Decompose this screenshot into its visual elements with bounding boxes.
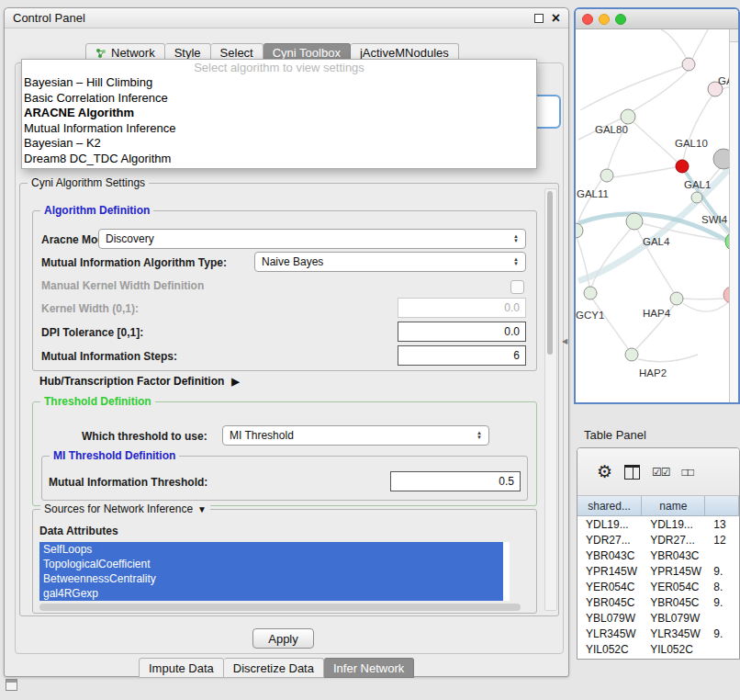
data-attributes-list[interactable]: SelfLoopsTopologicalCoefficientBetweenne… <box>39 542 510 601</box>
manual-kernel-checkbox[interactable] <box>510 280 524 294</box>
network-node[interactable] <box>682 58 695 71</box>
table-cell: YBR043C <box>577 549 642 562</box>
dropdown-item[interactable]: ARACNE Algorithm <box>22 106 536 121</box>
attribute-list-item[interactable]: gal4RGexp <box>39 586 503 601</box>
column-header[interactable] <box>705 496 739 515</box>
table-body: YDL19...YDL19...13YDR27...YDR27...12YBR0… <box>577 516 739 657</box>
expand-right-icon[interactable]: ▶ <box>231 376 239 388</box>
network-window-titlebar[interactable] <box>576 9 738 29</box>
network-node[interactable] <box>625 348 638 361</box>
network-edge[interactable] <box>592 299 629 350</box>
which-threshold-value: MI Threshold <box>230 429 294 442</box>
sources-group-title: Sources for Network Inference ▼ <box>40 502 210 515</box>
zoom-traffic-light-icon[interactable] <box>615 14 626 25</box>
attributes-hscrollbar[interactable] <box>39 604 521 611</box>
tab-infer-network[interactable]: Infer Network <box>324 658 414 678</box>
network-node[interactable] <box>600 169 613 182</box>
table-row[interactable]: YPR145WYPR145W9. <box>577 563 739 579</box>
network-node[interactable] <box>670 292 683 305</box>
table-cell: YLR345W <box>642 627 705 640</box>
control-panel-titlebar[interactable]: Control Panel × <box>5 8 568 28</box>
aracne-mode-combobox[interactable]: Discovery <box>98 229 526 249</box>
network-node[interactable] <box>576 223 583 238</box>
combo-arrows-icon <box>513 257 519 266</box>
select-all-icon[interactable]: ☑☑ <box>652 466 670 479</box>
table-row[interactable]: YER054CYER054C8. <box>577 579 739 594</box>
dpi-tolerance-label: DPI Tolerance [0,1]: <box>41 326 143 339</box>
minimize-traffic-light-icon[interactable] <box>599 14 610 25</box>
kernel-width-field: 0.0 <box>398 298 526 318</box>
dropdown-item[interactable]: Bayesian – Hill Climbing <box>22 75 536 91</box>
mi-threshold-field[interactable]: 0.5 <box>390 471 521 491</box>
settings-scrollbar[interactable] <box>544 188 557 611</box>
network-edge[interactable] <box>661 29 687 59</box>
table-row[interactable]: YDL19...YDL19...13 <box>577 516 739 532</box>
docked-panel-icon[interactable] <box>6 679 17 691</box>
network-canvas[interactable]: GALGAL80GAL10GAL11GAL1SWI4GAL4GCY1HAP4YH… <box>576 29 738 402</box>
table-cell: 12 <box>705 534 739 547</box>
table-row[interactable]: YLR345WYLR345W9. <box>577 626 739 641</box>
network-edge[interactable] <box>633 121 677 162</box>
table-row[interactable]: YBR045CYBR045C9. <box>577 594 739 610</box>
splitter-collapse-icon[interactable]: ◀ <box>562 337 567 345</box>
expand-down-icon[interactable]: ▼ <box>197 504 207 514</box>
table-row[interactable]: YIL052CYIL052C <box>577 641 739 657</box>
attribute-list-item[interactable]: BetweennessCentrality <box>39 571 503 586</box>
gear-icon[interactable]: ⚙ <box>597 463 612 480</box>
dropdown-item[interactable]: Mutual Information Inference <box>22 121 536 137</box>
dropdown-item[interactable]: Basic Correlation Inference <box>22 91 536 107</box>
table-cell: YLR345W <box>577 627 642 640</box>
hub-definition-label: Hub/Transcription Factor Definition <box>39 375 224 388</box>
table-row[interactable]: YDR27...YDR27...12 <box>577 532 739 548</box>
mi-algorithm-type-combobox[interactable]: Naive Bayes <box>254 252 526 272</box>
network-edge[interactable] <box>613 167 676 177</box>
network-node[interactable] <box>584 287 597 299</box>
network-edge[interactable] <box>638 355 698 362</box>
columns-icon[interactable] <box>624 465 640 480</box>
attribute-list-item[interactable]: TopologicalCoefficient <box>39 557 503 571</box>
network-edge[interactable] <box>631 70 689 112</box>
network-edge[interactable] <box>692 29 708 59</box>
hub-definition-expander[interactable]: Hub/Transcription Factor Definition ▶ <box>39 375 240 388</box>
dropdown-item[interactable]: Bayesian – K2 <box>22 136 536 152</box>
table-cell: YDR27... <box>577 534 642 547</box>
column-header[interactable]: shared... <box>577 496 642 515</box>
tab-discretize-data[interactable]: Discretize Data <box>224 658 324 678</box>
dpi-tolerance-field[interactable]: 0.0 <box>398 322 526 342</box>
table-cell: YIL052C <box>577 643 642 656</box>
which-threshold-combobox[interactable]: MI Threshold <box>222 425 489 446</box>
network-vscrollbar[interactable] <box>729 29 738 402</box>
sources-title-text: Sources for Network Inference <box>44 502 193 515</box>
apply-button[interactable]: Apply <box>252 628 314 649</box>
network-edge[interactable] <box>683 94 713 160</box>
network-node[interactable] <box>691 192 702 203</box>
close-traffic-light-icon[interactable] <box>582 14 593 25</box>
tab-label: jActiveMNodules <box>360 46 449 60</box>
tab-impute-data[interactable]: Impute Data <box>139 658 224 678</box>
network-scrollbar-button[interactable] <box>729 29 738 42</box>
network-edge[interactable] <box>683 301 729 311</box>
mi-steps-field[interactable]: 6 <box>398 345 526 366</box>
network-edge[interactable] <box>683 299 724 299</box>
table-cell: YBR043C <box>642 549 705 562</box>
node-label: GAL80 <box>595 124 628 135</box>
table-cell: YBR045C <box>577 596 642 609</box>
float-window-icon[interactable] <box>534 14 544 23</box>
deselect-all-icon[interactable]: □□ <box>682 466 694 479</box>
table-row[interactable]: YBL079WYBL079W <box>577 610 739 626</box>
attribute-list-item[interactable]: SelfLoops <box>39 542 503 557</box>
close-icon[interactable]: × <box>552 11 560 26</box>
network-node[interactable] <box>621 109 635 124</box>
network-graph[interactable]: GALGAL80GAL10GAL11GAL1SWI4GAL4GCY1HAP4YH… <box>576 29 738 403</box>
table-cell: YBL079W <box>642 612 705 625</box>
network-node[interactable] <box>676 160 689 173</box>
table-panel-window: ⚙ ☑☑ □□ shared...name YDL19...YDL19...13… <box>577 447 740 660</box>
column-header[interactable]: name <box>642 496 705 515</box>
dropdown-item[interactable]: Dream8 DC_TDC Algorithm <box>22 152 536 167</box>
network-node[interactable] <box>626 213 643 230</box>
node-label: HAP4 <box>643 308 671 319</box>
manual-kernel-label: Manual Kernel Width Definition <box>41 279 204 292</box>
settings-scrollbar-thumb[interactable] <box>547 191 553 355</box>
table-row[interactable]: YBR043CYBR043C <box>577 548 739 563</box>
table-header: shared...name <box>577 496 739 516</box>
